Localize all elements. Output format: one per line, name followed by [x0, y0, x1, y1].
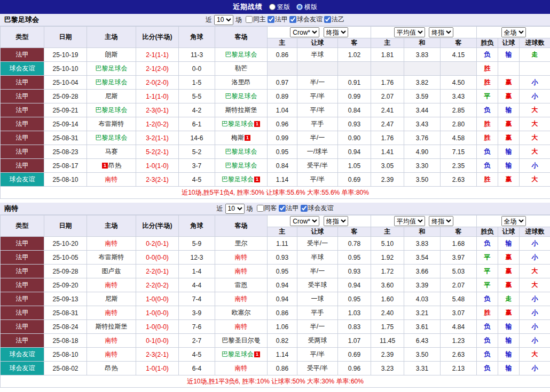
section-divider	[0, 199, 550, 203]
odds-stage-select[interactable]: 终指	[324, 27, 348, 37]
avg-draw: 3.21	[404, 306, 441, 320]
match-row: 法甲25-09-28尼斯1-1(1-0)5-5巴黎足球会0.89平/半0.992…	[1, 90, 550, 103]
avg-draw: 3.44	[404, 103, 441, 117]
filter-checkbox[interactable]	[246, 16, 253, 23]
match-date: 25-10-10	[44, 62, 87, 76]
result-outcome: 胜	[477, 173, 498, 187]
bookmaker-select[interactable]: Crow*	[290, 216, 319, 226]
filter-checkbox[interactable]	[324, 16, 331, 23]
league-badge: 球会友谊	[1, 362, 44, 375]
corners: 12-3	[179, 251, 215, 265]
summary-row: 近10场,胜1平3负6, 胜率:10% 让球率:50% 大率:30% 单率:60…	[1, 375, 550, 388]
result-handicap: 走	[498, 292, 520, 306]
layout-option-horizontal[interactable]: 横版	[296, 3, 317, 12]
team-name: 巴黎圣日尔曼	[222, 337, 261, 344]
odds-away: 0.69	[338, 173, 371, 187]
match-date: 25-08-02	[44, 362, 87, 375]
home-team: 1昂热	[87, 159, 136, 173]
away-team: 里尔	[215, 237, 268, 251]
filter-checkbox-option[interactable]: 法甲	[279, 204, 299, 213]
league-badge: 法甲	[1, 237, 44, 251]
team-name: 朗斯	[105, 51, 118, 58]
result-outcome: 平	[477, 265, 498, 278]
match-row: 法甲25-08-31南特1-0(0-0)3-9欧塞尔0.86平手1.032.40…	[1, 306, 550, 320]
team-name: 布雷斯特	[99, 253, 124, 261]
filter-checkbox-group: 同客法甲球会友谊	[255, 204, 334, 213]
filter-checkbox-option[interactable]: 法乙	[324, 15, 344, 24]
match-date: 25-08-24	[44, 320, 87, 334]
filter-checkbox[interactable]	[279, 205, 286, 212]
avg-home	[371, 62, 404, 76]
match-date: 25-09-28	[44, 265, 87, 278]
team-name: 昂热	[105, 364, 118, 372]
sub-header-odds-away: 客	[338, 227, 371, 237]
away-team: 南特	[215, 251, 268, 265]
filter-checkbox-label: 法乙	[332, 15, 344, 24]
result-handicap: 输	[498, 320, 520, 334]
league-badge: 球会友谊	[1, 173, 44, 187]
match-row: 法甲25-09-21巴黎足球会2-3(0-1)4-2斯特拉斯堡1.04平/半0.…	[1, 103, 550, 117]
average-stage-select[interactable]: 终指	[429, 216, 453, 226]
filter-checkbox[interactable]	[268, 16, 274, 23]
layout-option-vertical[interactable]: 竖版	[269, 3, 290, 12]
matches-count-select[interactable]: 10	[214, 15, 233, 25]
scope-select[interactable]: 全场	[501, 216, 526, 226]
average-stage-select[interactable]: 终指	[429, 27, 453, 37]
col-header-home: 主场	[87, 215, 136, 237]
result-outcome: 胜	[477, 117, 498, 131]
corners: 14-6	[179, 131, 215, 145]
bookmaker-select[interactable]: Crow*	[290, 27, 319, 37]
league-badge: 法甲	[1, 278, 44, 292]
scope-select-cell: 全场	[477, 215, 550, 227]
layout-radio-vertical[interactable]	[269, 4, 276, 10]
average-select[interactable]: 平均值	[394, 27, 425, 37]
sub-header-odds-home: 主	[268, 38, 297, 48]
team-name: 巴黎足球会	[222, 350, 254, 358]
scope-select[interactable]: 全场	[501, 27, 526, 37]
average-select[interactable]: 平均值	[394, 216, 425, 226]
filter-checkbox-option[interactable]: 同主	[246, 15, 266, 24]
odds-away: 0.95	[338, 251, 371, 265]
result-outcome: 负	[477, 292, 498, 306]
avg-draw: 3.82	[404, 76, 441, 90]
avg-draw: 3.43	[404, 117, 441, 131]
filter-checkbox-option[interactable]: 球会友谊	[289, 15, 323, 24]
result-outcome: 平	[477, 278, 498, 292]
odds-home: 0.97	[268, 76, 297, 90]
filter-checkbox[interactable]	[257, 205, 264, 212]
match-score: 1-0(0-0)	[136, 320, 179, 334]
filter-checkbox[interactable]	[301, 205, 308, 212]
match-row: 法甲25-08-171昂热1-0(1-0)3-7巴黎足球会0.84受平/半1.0…	[1, 159, 550, 173]
team-name: 梅斯	[231, 134, 244, 141]
filter-checkbox-option[interactable]: 法甲	[268, 15, 288, 24]
result-goals: 小	[520, 320, 550, 334]
avg-draw: 4.90	[404, 145, 441, 159]
filter-checkbox-option[interactable]: 球会友谊	[301, 204, 334, 213]
match-date: 25-08-17	[44, 159, 87, 173]
filter-checkbox[interactable]	[289, 16, 296, 23]
odds-home: 0.95	[268, 265, 297, 278]
league-badge: 球会友谊	[1, 348, 44, 362]
layout-horizontal-label: 横版	[304, 3, 317, 12]
matches-count-select[interactable]: 10	[225, 204, 245, 214]
layout-radio-horizontal[interactable]	[296, 4, 303, 10]
odds-stage-select[interactable]: 终指	[324, 216, 348, 226]
filter-checkbox-option[interactable]: 同客	[257, 204, 277, 213]
match-date: 25-08-10	[44, 173, 87, 187]
odds-home	[268, 62, 297, 76]
odds-away: 0.93	[338, 265, 371, 278]
avg-draw: 3.61	[404, 320, 441, 334]
avg-draw: 3.76	[404, 131, 441, 145]
away-team: 南特	[215, 265, 268, 278]
match-score: 2-2(0-2)	[136, 278, 179, 292]
match-date: 25-09-28	[44, 90, 87, 103]
col-header-type: 类型	[1, 215, 44, 237]
team-name: 巴黎足球会	[225, 162, 257, 169]
match-score: 0-1(0-0)	[136, 334, 179, 348]
team-name: 南特	[105, 309, 118, 316]
col-header-date: 日期	[44, 27, 87, 48]
result-goals: 小	[520, 292, 550, 306]
league-badge: 法甲	[1, 48, 44, 62]
result-goals: 小	[520, 362, 550, 375]
corners: 11-3	[179, 48, 215, 62]
